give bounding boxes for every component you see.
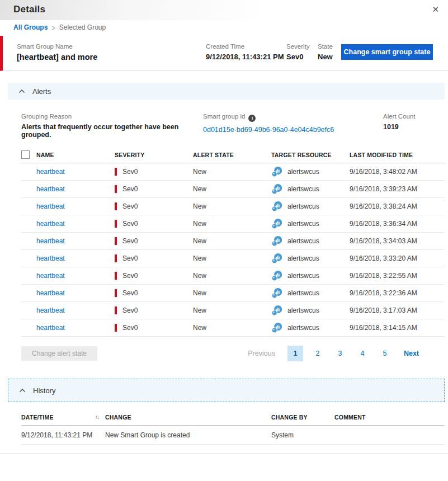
info-icon[interactable]: i	[248, 115, 256, 122]
severity-text: Sev0	[122, 289, 138, 297]
column-header-alert-state: ALERT STATE	[193, 152, 271, 158]
log-analytics-icon	[271, 183, 282, 195]
severity-indicator	[115, 324, 117, 332]
log-analytics-icon	[271, 270, 282, 281]
smart-group-id-link[interactable]: 0d01d15e-bd69-49b6-96a0-4e04c4b9efc6	[203, 126, 334, 134]
target-resource-text: alertswcus	[287, 289, 319, 297]
severity-text: Sev0	[122, 237, 138, 245]
history-section-header[interactable]: History	[8, 379, 445, 402]
state-value: New	[318, 53, 341, 61]
table-row: heartbeat Sev0 New alertswcus 9/16/2018,…	[21, 319, 445, 337]
last-modified-text: 9/16/2018, 3:22:55 AM	[350, 272, 445, 280]
sort-icon[interactable]: ↑↓	[95, 414, 98, 420]
last-modified-text: 9/16/2018, 3:39:23 AM	[350, 185, 445, 193]
alert-state-text: New	[193, 272, 271, 280]
smart-group-name-label: Smart Group Name	[17, 43, 206, 50]
alerts-footer: Change alert state Previous 1 2 3 4 5 Ne…	[21, 346, 445, 361]
column-header-change-by: CHANGE BY	[271, 414, 334, 421]
last-modified-text: 9/16/2018, 3:33:20 AM	[350, 254, 445, 262]
severity-indicator	[115, 272, 117, 280]
log-analytics-icon	[271, 201, 282, 212]
history-change-by: System	[271, 431, 334, 439]
alert-name-link[interactable]: heartbeat	[36, 324, 65, 332]
history-table-header: DATE/TIME ↑↓ CHANGE CHANGE BY COMMENT	[21, 409, 445, 426]
severity-text: Sev0	[122, 202, 138, 210]
table-row: heartbeat Sev0 New alertswcus 9/16/2018,…	[21, 233, 445, 250]
alert-state-text: New	[193, 324, 271, 332]
chevron-up-icon	[19, 388, 26, 393]
last-modified-text: 9/16/2018, 3:22:36 AM	[350, 289, 445, 297]
bottom-divider	[0, 453, 448, 454]
severity-text: Sev0	[122, 168, 138, 176]
alerts-table: NAME SEVERITY ALERT STATE TARGET RESOURC…	[21, 147, 445, 337]
last-modified-text: 9/16/2018, 3:34:03 AM	[350, 237, 445, 245]
alert-name-link[interactable]: heartbeat	[36, 185, 65, 193]
severity-indicator	[115, 237, 117, 245]
column-header-comment: COMMENT	[334, 414, 445, 421]
alerts-section-header[interactable]: Alerts	[8, 83, 445, 100]
history-row: 9/12/2018, 11:43:21 PM New Smart Group i…	[21, 426, 445, 445]
table-row: heartbeat Sev0 New alertswcus 9/16/2018,…	[21, 267, 445, 285]
created-time-label: Created Time	[206, 43, 286, 50]
pagination-next[interactable]: Next	[404, 350, 419, 357]
close-icon[interactable]: ✕	[430, 3, 441, 16]
alert-state-text: New	[193, 185, 271, 193]
smart-group-id-label: Smart group idi	[203, 113, 383, 122]
pagination-page-4[interactable]: 4	[355, 346, 370, 361]
grouping-reason-value: Alerts that frequently occur together ha…	[21, 123, 203, 139]
alert-name-link[interactable]: heartbeat	[36, 289, 65, 297]
alert-name-link[interactable]: heartbeat	[36, 306, 65, 314]
pagination-page-5[interactable]: 5	[377, 346, 393, 361]
pagination-page-1[interactable]: 1	[287, 346, 303, 361]
alert-name-link[interactable]: heartbeat	[36, 237, 65, 245]
change-smart-group-state-button[interactable]: Change smart group state	[341, 44, 433, 60]
target-resource-text: alertswcus	[287, 254, 319, 262]
log-analytics-icon	[271, 287, 282, 299]
alert-state-text: New	[193, 289, 271, 297]
history-change: New Smart Group is created	[105, 431, 271, 439]
select-all-checkbox[interactable]	[21, 150, 30, 159]
smart-group-name: [heartbeat] and more	[17, 53, 206, 62]
target-resource-text: alertswcus	[287, 220, 319, 228]
severity-indicator	[115, 185, 117, 193]
page-title: Details	[13, 4, 435, 15]
alert-name-link[interactable]: heartbeat	[36, 272, 65, 280]
log-analytics-icon	[271, 235, 282, 247]
pagination-previous[interactable]: Previous	[248, 350, 275, 357]
history-datetime: 9/12/2018, 11:43:21 PM	[21, 431, 105, 439]
column-header-target-resource: TARGET RESOURCE	[271, 152, 350, 158]
log-analytics-icon	[271, 322, 282, 333]
alert-name-link[interactable]: heartbeat	[36, 220, 65, 228]
column-header-datetime[interactable]: DATE/TIME ↑↓	[21, 414, 105, 421]
alert-state-text: New	[193, 306, 271, 314]
alert-name-link[interactable]: heartbeat	[36, 202, 65, 210]
alert-name-link[interactable]: heartbeat	[36, 168, 65, 176]
breadcrumb-all-groups-link[interactable]: All Groups	[13, 23, 48, 31]
change-alert-state-button[interactable]: Change alert state	[21, 346, 97, 361]
pagination: Previous 1 2 3 4 5 Next	[248, 346, 419, 361]
smart-group-summary: Smart Group Name [heartbeat] and more Cr…	[0, 36, 448, 71]
severity-indicator	[115, 306, 117, 314]
column-header-name: NAME	[36, 152, 115, 158]
table-row: heartbeat Sev0 New alertswcus 9/16/2018,…	[21, 163, 445, 181]
column-header-change: CHANGE	[105, 414, 271, 421]
target-resource-text: alertswcus	[287, 185, 319, 193]
target-resource-text: alertswcus	[287, 202, 319, 210]
severity-text: Sev0	[122, 185, 138, 193]
alert-name-link[interactable]: heartbeat	[36, 254, 65, 262]
severity-indicator	[115, 254, 117, 262]
last-modified-text: 9/16/2018, 3:38:24 AM	[350, 202, 445, 210]
severity-text: Sev0	[122, 306, 138, 314]
breadcrumb-current: Selected Group	[59, 23, 106, 31]
table-row: heartbeat Sev0 New alertswcus 9/16/2018,…	[21, 250, 445, 267]
alert-count-label: Alert Count	[383, 113, 435, 120]
severity-text: Sev0	[122, 272, 138, 280]
alert-state-text: New	[193, 168, 271, 176]
pagination-page-2[interactable]: 2	[310, 346, 326, 361]
panel-header: Details ✕	[0, 0, 448, 20]
severity-indicator	[115, 220, 117, 228]
alert-state-text: New	[193, 254, 271, 262]
severity-text: Sev0	[122, 324, 138, 332]
severity-indicator	[115, 202, 117, 210]
pagination-page-3[interactable]: 3	[332, 346, 348, 361]
